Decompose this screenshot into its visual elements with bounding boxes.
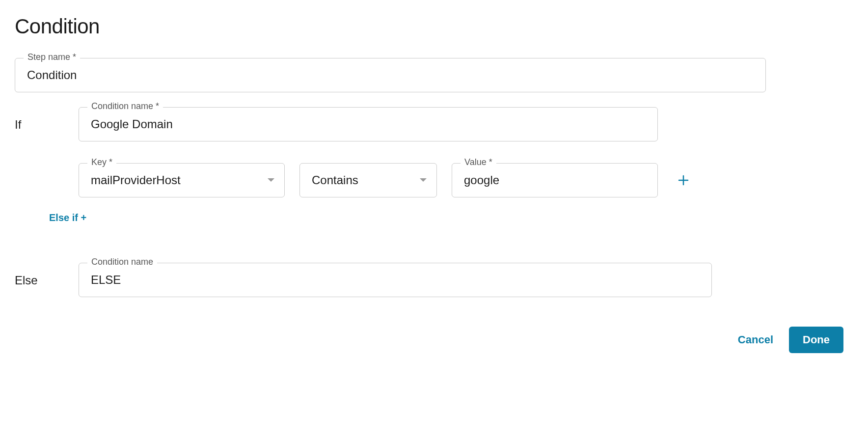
step-name-field-wrapper: Step name *	[15, 58, 766, 92]
else-row: Else Condition name	[15, 263, 853, 297]
condition-rule-row: Key * mailProviderHost Contains Value *	[79, 163, 694, 197]
plus-icon	[678, 172, 689, 189]
cancel-button[interactable]: Cancel	[736, 328, 775, 352]
else-condition-field-wrapper: Condition name	[79, 263, 712, 297]
step-name-label: Step name *	[24, 53, 80, 61]
else-label: Else	[15, 263, 64, 287]
value-field-wrapper: Value *	[452, 163, 658, 197]
operator-select[interactable]: Contains	[299, 163, 437, 197]
key-label: Key *	[87, 158, 116, 166]
footer-actions: Cancel Done	[15, 327, 853, 353]
if-row: If Condition name * Key * mailProviderHo…	[15, 107, 853, 197]
else-condition-name-input[interactable]	[79, 263, 712, 297]
if-label: If	[15, 107, 64, 132]
value-label: Value *	[461, 158, 496, 166]
condition-name-label: Condition name *	[87, 102, 163, 111]
step-name-input[interactable]	[15, 58, 766, 92]
done-button[interactable]: Done	[789, 327, 843, 353]
add-condition-button[interactable]	[673, 172, 694, 189]
else-condition-name-label: Condition name	[87, 257, 157, 266]
page-title: Condition	[15, 15, 853, 38]
value-input[interactable]	[452, 163, 658, 197]
condition-name-field-wrapper: Condition name *	[79, 107, 658, 141]
key-field-wrapper: Key * mailProviderHost	[79, 163, 285, 197]
key-select[interactable]: mailProviderHost	[79, 163, 285, 197]
else-if-link[interactable]: Else if +	[49, 212, 86, 223]
condition-name-input[interactable]	[79, 107, 658, 141]
if-content: Condition name * Key * mailProviderHost …	[79, 107, 694, 197]
operator-field-wrapper: Contains	[299, 163, 437, 197]
